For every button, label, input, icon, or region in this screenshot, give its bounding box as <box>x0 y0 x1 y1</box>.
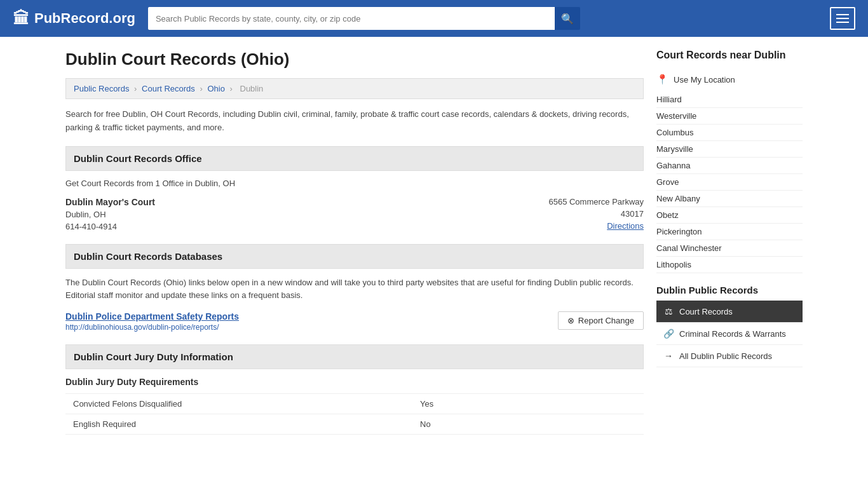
jury-table-row: English RequiredNo <box>65 414 644 435</box>
nearby-city-link[interactable]: Columbus <box>656 128 694 137</box>
breadcrumb-current: Dublin <box>240 84 264 93</box>
nearby-city-link[interactable]: Grove <box>656 177 679 187</box>
pub-records-section: Dublin Public Records ⚖Court Records🔗Cri… <box>656 285 803 367</box>
office-address: 6565 Commerce Parkway 43017 Directions <box>529 197 644 231</box>
nearby-city-item[interactable]: Gahanna <box>656 158 803 174</box>
pub-records-link[interactable]: 🔗Criminal Records & Warrants <box>656 323 803 344</box>
report-change-icon: ⊗ <box>567 316 574 325</box>
databases-section: Dublin Court Records Databases The Dubli… <box>65 244 644 332</box>
databases-description: The Dublin Court Records (Ohio) links be… <box>65 276 644 303</box>
pub-records-item-label: Court Records <box>679 307 733 316</box>
logo-icon: 🏛 <box>13 9 29 29</box>
office-count: Get Court Records from 1 Office in Dubli… <box>65 179 644 188</box>
pub-records-item-icon: → <box>663 351 674 361</box>
jury-row-value: Yes <box>412 394 644 414</box>
use-location-label: Use My Location <box>674 75 735 85</box>
location-pin-icon: 📍 <box>656 74 668 85</box>
pub-records-link[interactable]: →All Dublin Public Records <box>656 345 803 367</box>
jury-section-header: Dublin Court Jury Duty Information <box>65 344 644 369</box>
search-bar: 🔍 <box>148 7 580 30</box>
pub-records-item-icon: ⚖ <box>663 306 674 316</box>
jury-table-row: Convicted Felons DisqualifiedYes <box>65 394 644 414</box>
nearby-city-link[interactable]: New Albany <box>656 194 700 203</box>
site-header: 🏛 PubRecord.org 🔍 <box>0 0 868 37</box>
pub-records-item-label: Criminal Records & Warrants <box>679 329 786 339</box>
nearby-section: Court Records near Dublin 📍 Use My Locat… <box>656 50 803 273</box>
office-entry: Dublin Mayor's Court Dublin, OH 614-410-… <box>65 197 644 231</box>
site-logo[interactable]: 🏛 PubRecord.org <box>13 9 135 29</box>
jury-row-label: Convicted Felons Disqualified <box>65 394 412 414</box>
database-entry: Dublin Police Department Safety Reports … <box>65 311 644 332</box>
pub-records-item[interactable]: ⚖Court Records <box>656 301 803 323</box>
use-location-button[interactable]: 📍 Use My Location <box>656 71 803 88</box>
nearby-city-item[interactable]: Westerville <box>656 108 803 125</box>
nearby-city-link[interactable]: Hilliard <box>656 95 682 104</box>
nearby-city-link[interactable]: Pickerington <box>656 227 702 236</box>
menu-button[interactable] <box>830 7 855 30</box>
office-info: Dublin Mayor's Court Dublin, OH 614-410-… <box>65 197 517 231</box>
directions-link[interactable]: Directions <box>607 221 644 231</box>
nearby-city-item[interactable]: Columbus <box>656 125 803 141</box>
office-zip: 43017 <box>529 209 644 219</box>
breadcrumb-ohio[interactable]: Ohio <box>207 84 224 93</box>
nearby-city-item[interactable]: Grove <box>656 174 803 191</box>
nearby-city-link[interactable]: Lithopolis <box>656 260 691 269</box>
nearby-city-link[interactable]: Marysville <box>656 144 693 154</box>
search-button[interactable]: 🔍 <box>555 7 580 30</box>
breadcrumb-public-records[interactable]: Public Records <box>74 84 129 93</box>
report-change-label: Report Change <box>578 316 634 325</box>
pub-records-link[interactable]: ⚖Court Records <box>656 301 803 322</box>
nearby-city-link[interactable]: Gahanna <box>656 161 691 170</box>
pub-records-title: Dublin Public Records <box>656 285 803 295</box>
nearby-city-item[interactable]: Lithopolis <box>656 257 803 273</box>
office-name: Dublin Mayor's Court <box>65 197 517 207</box>
pub-records-list: ⚖Court Records🔗Criminal Records & Warran… <box>656 301 803 367</box>
office-section-header: Dublin Court Records Office <box>65 146 644 171</box>
nearby-city-item[interactable]: Canal Winchester <box>656 240 803 257</box>
pub-records-item[interactable]: 🔗Criminal Records & Warrants <box>656 323 803 345</box>
jury-section: Dublin Court Jury Duty Information Dubli… <box>65 344 644 435</box>
hamburger-icon <box>835 13 850 24</box>
pub-records-item[interactable]: →All Dublin Public Records <box>656 345 803 367</box>
database-name[interactable]: Dublin Police Department Safety Reports <box>65 311 239 322</box>
nearby-city-link[interactable]: Westerville <box>656 111 696 121</box>
office-city: Dublin, OH <box>65 210 517 219</box>
jury-table: Convicted Felons DisqualifiedYesEnglish … <box>65 393 644 435</box>
search-input[interactable] <box>148 7 555 30</box>
sidebar: Court Records near Dublin 📍 Use My Locat… <box>656 50 803 447</box>
nearby-city-item[interactable]: Obetz <box>656 207 803 224</box>
breadcrumb: Public Records › Court Records › Ohio › … <box>65 78 644 99</box>
breadcrumb-court-records[interactable]: Court Records <box>142 84 195 93</box>
jury-row-label: English Required <box>65 414 412 435</box>
page-container: Dublin Court Records (Ohio) Public Recor… <box>53 37 815 460</box>
nearby-title: Court Records near Dublin <box>656 50 803 65</box>
nearby-city-link[interactable]: Obetz <box>656 210 679 220</box>
nearby-city-item[interactable]: Pickerington <box>656 224 803 240</box>
office-section: Dublin Court Records Office Get Court Re… <box>65 146 644 231</box>
pub-records-item-icon: 🔗 <box>663 329 674 339</box>
nearby-city-item[interactable]: Marysville <box>656 141 803 158</box>
page-title: Dublin Court Records (Ohio) <box>65 50 644 69</box>
logo-text: PubRecord.org <box>34 10 135 27</box>
office-phone: 614-410-4914 <box>65 222 517 231</box>
search-icon: 🔍 <box>561 13 574 25</box>
report-change-button[interactable]: ⊗ Report Change <box>558 311 644 330</box>
nearby-cities-list: HilliardWestervilleColumbusMarysvilleGah… <box>656 92 803 273</box>
jury-row-value: No <box>412 414 644 435</box>
page-description: Search for free Dublin, OH Court Records… <box>65 108 644 135</box>
jury-sub-header: Dublin Jury Duty Requirements <box>65 377 644 387</box>
nearby-city-item[interactable]: Hilliard <box>656 92 803 108</box>
office-street: 6565 Commerce Parkway <box>529 197 644 207</box>
database-url[interactable]: http://dublinohiousa.gov/dublin-police/r… <box>65 323 219 332</box>
database-entry-info: Dublin Police Department Safety Reports … <box>65 311 239 332</box>
nearby-city-item[interactable]: New Albany <box>656 191 803 207</box>
main-content: Dublin Court Records (Ohio) Public Recor… <box>65 50 644 447</box>
nearby-city-link[interactable]: Canal Winchester <box>656 243 722 253</box>
databases-section-header: Dublin Court Records Databases <box>65 244 644 269</box>
pub-records-item-label: All Dublin Public Records <box>679 351 772 361</box>
